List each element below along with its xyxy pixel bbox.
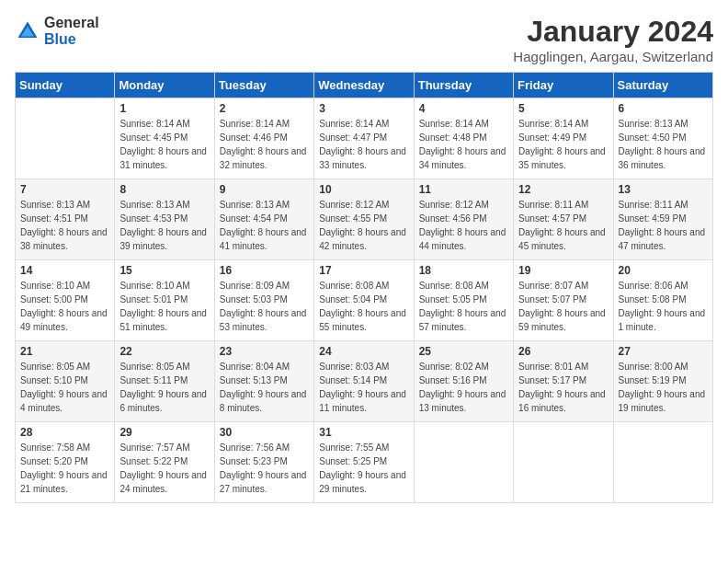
calendar-cell: [16, 98, 115, 179]
day-number: 6: [619, 102, 708, 115]
calendar-cell: 31 Sunrise: 7:55 AMSunset: 5:25 PMDaylig…: [314, 422, 414, 503]
day-info: Sunrise: 8:03 AMSunset: 5:14 PMDaylight:…: [319, 360, 408, 415]
day-number: 27: [619, 345, 708, 358]
day-info: Sunrise: 8:11 AMSunset: 4:59 PMDaylight:…: [619, 198, 708, 253]
day-info: Sunrise: 8:01 AMSunset: 5:17 PMDaylight:…: [518, 360, 608, 415]
calendar-cell: 9 Sunrise: 8:13 AMSunset: 4:54 PMDayligh…: [214, 179, 313, 260]
day-info: Sunrise: 8:13 AMSunset: 4:53 PMDaylight:…: [119, 198, 209, 253]
day-info: Sunrise: 8:10 AMSunset: 5:00 PMDaylight:…: [20, 279, 109, 334]
calendar-table: SundayMondayTuesdayWednesdayThursdayFrid…: [15, 72, 713, 503]
day-header-monday: Monday: [115, 73, 214, 98]
day-number: 24: [319, 345, 408, 358]
title-block: January 2024 Hagglingen, Aargau, Switzer…: [513, 15, 713, 64]
day-number: 31: [319, 426, 408, 439]
logo-text: General Blue: [44, 15, 99, 47]
day-number: 12: [518, 183, 608, 196]
day-number: 25: [419, 345, 508, 358]
logo: General Blue: [15, 15, 99, 47]
day-info: Sunrise: 8:12 AMSunset: 4:56 PMDaylight:…: [419, 198, 508, 253]
calendar-cell: 13 Sunrise: 8:11 AMSunset: 4:59 PMDaylig…: [613, 179, 712, 260]
day-info: Sunrise: 8:09 AMSunset: 5:03 PMDaylight:…: [220, 279, 309, 334]
day-info: Sunrise: 8:07 AMSunset: 5:07 PMDaylight:…: [518, 279, 608, 334]
day-header-saturday: Saturday: [613, 73, 712, 98]
day-number: 2: [220, 102, 309, 115]
day-number: 11: [419, 183, 508, 196]
day-number: 22: [119, 345, 209, 358]
day-header-sunday: Sunday: [16, 73, 115, 98]
day-header-friday: Friday: [514, 73, 613, 98]
calendar-cell: 30 Sunrise: 7:56 AMSunset: 5:23 PMDaylig…: [214, 422, 313, 503]
day-info: Sunrise: 7:56 AMSunset: 5:23 PMDaylight:…: [220, 441, 309, 496]
calendar-cell: 23 Sunrise: 8:04 AMSunset: 5:13 PMDaylig…: [214, 341, 313, 422]
calendar-week-row: 1 Sunrise: 8:14 AMSunset: 4:45 PMDayligh…: [16, 98, 713, 179]
calendar-cell: 21 Sunrise: 8:05 AMSunset: 5:10 PMDaylig…: [16, 341, 115, 422]
day-number: 15: [119, 264, 209, 277]
day-info: Sunrise: 8:04 AMSunset: 5:13 PMDaylight:…: [220, 360, 309, 415]
day-info: Sunrise: 8:10 AMSunset: 5:01 PMDaylight:…: [119, 279, 209, 334]
calendar-week-row: 14 Sunrise: 8:10 AMSunset: 5:00 PMDaylig…: [16, 260, 713, 341]
day-number: 29: [119, 426, 209, 439]
month-title: January 2024: [513, 15, 713, 49]
day-number: 19: [518, 264, 608, 277]
calendar-cell: 3 Sunrise: 8:14 AMSunset: 4:47 PMDayligh…: [314, 98, 414, 179]
day-number: 5: [518, 102, 608, 115]
day-info: Sunrise: 8:12 AMSunset: 4:55 PMDaylight:…: [319, 198, 408, 253]
calendar-cell: 5 Sunrise: 8:14 AMSunset: 4:49 PMDayligh…: [514, 98, 613, 179]
day-info: Sunrise: 7:57 AMSunset: 5:22 PMDaylight:…: [119, 441, 209, 496]
day-number: 26: [518, 345, 608, 358]
calendar-week-row: 7 Sunrise: 8:13 AMSunset: 4:51 PMDayligh…: [16, 179, 713, 260]
calendar-cell: 28 Sunrise: 7:58 AMSunset: 5:20 PMDaylig…: [16, 422, 115, 503]
calendar-cell: 2 Sunrise: 8:14 AMSunset: 4:46 PMDayligh…: [214, 98, 313, 179]
calendar-cell: [514, 422, 613, 503]
calendar-cell: 24 Sunrise: 8:03 AMSunset: 5:14 PMDaylig…: [314, 341, 414, 422]
calendar-cell: 27 Sunrise: 8:00 AMSunset: 5:19 PMDaylig…: [613, 341, 712, 422]
calendar-week-row: 21 Sunrise: 8:05 AMSunset: 5:10 PMDaylig…: [16, 341, 713, 422]
calendar-cell: 14 Sunrise: 8:10 AMSunset: 5:00 PMDaylig…: [16, 260, 115, 341]
calendar-cell: 29 Sunrise: 7:57 AMSunset: 5:22 PMDaylig…: [115, 422, 214, 503]
day-number: 20: [619, 264, 708, 277]
calendar-cell: 8 Sunrise: 8:13 AMSunset: 4:53 PMDayligh…: [115, 179, 214, 260]
logo-icon: [15, 18, 40, 44]
day-info: Sunrise: 8:13 AMSunset: 4:51 PMDaylight:…: [20, 198, 109, 253]
calendar-cell: 17 Sunrise: 8:08 AMSunset: 5:04 PMDaylig…: [314, 260, 414, 341]
day-number: 8: [119, 183, 209, 196]
calendar-cell: 6 Sunrise: 8:13 AMSunset: 4:50 PMDayligh…: [613, 98, 712, 179]
logo-general-text: General: [44, 15, 99, 31]
calendar-cell: 16 Sunrise: 8:09 AMSunset: 5:03 PMDaylig…: [214, 260, 313, 341]
calendar-cell: 10 Sunrise: 8:12 AMSunset: 4:55 PMDaylig…: [314, 179, 414, 260]
day-number: 30: [220, 426, 309, 439]
calendar-cell: 25 Sunrise: 8:02 AMSunset: 5:16 PMDaylig…: [414, 341, 513, 422]
day-info: Sunrise: 8:11 AMSunset: 4:57 PMDaylight:…: [518, 198, 608, 253]
day-header-thursday: Thursday: [414, 73, 513, 98]
calendar-cell: 15 Sunrise: 8:10 AMSunset: 5:01 PMDaylig…: [115, 260, 214, 341]
location-text: Hagglingen, Aargau, Switzerland: [513, 49, 713, 64]
day-info: Sunrise: 8:13 AMSunset: 4:54 PMDaylight:…: [220, 198, 309, 253]
calendar-cell: 1 Sunrise: 8:14 AMSunset: 4:45 PMDayligh…: [115, 98, 214, 179]
day-info: Sunrise: 7:55 AMSunset: 5:25 PMDaylight:…: [319, 441, 408, 496]
day-info: Sunrise: 8:08 AMSunset: 5:05 PMDaylight:…: [419, 279, 508, 334]
day-number: 13: [619, 183, 708, 196]
day-info: Sunrise: 8:14 AMSunset: 4:49 PMDaylight:…: [518, 117, 608, 172]
calendar-header-row: SundayMondayTuesdayWednesdayThursdayFrid…: [16, 73, 713, 98]
day-number: 28: [20, 426, 109, 439]
day-number: 16: [220, 264, 309, 277]
calendar-week-row: 28 Sunrise: 7:58 AMSunset: 5:20 PMDaylig…: [16, 422, 713, 503]
day-info: Sunrise: 8:05 AMSunset: 5:10 PMDaylight:…: [20, 360, 109, 415]
day-number: 10: [319, 183, 408, 196]
day-info: Sunrise: 7:58 AMSunset: 5:20 PMDaylight:…: [20, 441, 109, 496]
calendar-cell: 4 Sunrise: 8:14 AMSunset: 4:48 PMDayligh…: [414, 98, 513, 179]
calendar-cell: 22 Sunrise: 8:05 AMSunset: 5:11 PMDaylig…: [115, 341, 214, 422]
day-info: Sunrise: 8:14 AMSunset: 4:47 PMDaylight:…: [319, 117, 408, 172]
day-number: 4: [419, 102, 508, 115]
calendar-cell: 26 Sunrise: 8:01 AMSunset: 5:17 PMDaylig…: [514, 341, 613, 422]
day-header-wednesday: Wednesday: [314, 73, 414, 98]
day-info: Sunrise: 8:00 AMSunset: 5:19 PMDaylight:…: [619, 360, 708, 415]
calendar-cell: 20 Sunrise: 8:06 AMSunset: 5:08 PMDaylig…: [613, 260, 712, 341]
day-number: 7: [20, 183, 109, 196]
calendar-cell: 7 Sunrise: 8:13 AMSunset: 4:51 PMDayligh…: [16, 179, 115, 260]
logo-blue-text: Blue: [44, 31, 99, 48]
day-info: Sunrise: 8:14 AMSunset: 4:45 PMDaylight:…: [119, 117, 209, 172]
day-number: 9: [220, 183, 309, 196]
calendar-cell: 11 Sunrise: 8:12 AMSunset: 4:56 PMDaylig…: [414, 179, 513, 260]
day-info: Sunrise: 8:14 AMSunset: 4:46 PMDaylight:…: [220, 117, 309, 172]
